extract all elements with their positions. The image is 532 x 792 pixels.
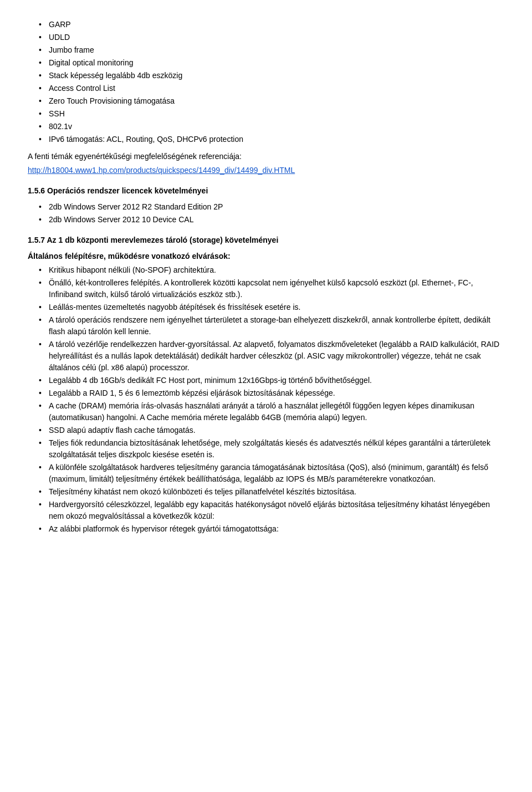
section-156-list: 2db Windows Server 2012 R2 Standard Edit…	[28, 201, 504, 226]
list-item: Legalább a RAID 1, 5 és 6 lemeztömb képz…	[39, 387, 504, 399]
reference-text: A fenti témák egyenértékűségi megfelelős…	[28, 151, 504, 162]
list-item: Digital optical monitoring	[39, 57, 504, 69]
list-item: SSD alapú adaptív flash cache támogatás.	[39, 425, 504, 436]
section-156-heading: 1.5.6 Operációs rendszer licencek követe…	[28, 185, 504, 197]
reference-link[interactable]: http://h18004.www1.hp.com/products/quick…	[28, 166, 295, 175]
list-item: Önálló, két-kontrolleres felépítés. A ko…	[39, 277, 504, 300]
list-item: Teljes fiók redundancia biztosításának l…	[39, 437, 504, 461]
page-content: GARP UDLD Jumbo frame Digital optical mo…	[28, 19, 504, 535]
list-item: Teljesítmény kihatást nem okozó különböz…	[39, 486, 504, 498]
reference-link-container: http://h18004.www1.hp.com/products/quick…	[28, 165, 504, 176]
list-item: Stack képesség legalább 4db eszközig	[39, 70, 504, 81]
list-item: GARP	[39, 19, 504, 30]
section-157-heading: 1.5.7 Az 1 db központi merevlemezes táro…	[28, 234, 504, 246]
list-item: Leállás-mentes üzemeltetés nagyobb átépí…	[39, 302, 504, 313]
list-item: SSH	[39, 108, 504, 120]
section-157-list: Kritikus hibapont nélküli (No-SPOF) arch…	[28, 264, 504, 535]
list-item: 2db Windows Server 2012 R2 Standard Edit…	[39, 201, 504, 213]
list-item: A tároló operációs rendszere nem igényel…	[39, 314, 504, 338]
section-157: 1.5.7 Az 1 db központi merevlemezes táro…	[28, 234, 504, 535]
list-item: Access Control List	[39, 83, 504, 94]
list-item: Legalább 4 db 16Gb/s dedikált FC Host po…	[39, 375, 504, 386]
list-item: Hardvergyorsító céleszközzel, legalább e…	[39, 499, 504, 522]
list-item: 802.1v	[39, 121, 504, 132]
list-item: A cache (DRAM) memória írás-olvasás hasz…	[39, 400, 504, 423]
list-item: Jumbo frame	[39, 44, 504, 56]
list-item: 2db Windows Server 2012 10 Device CAL	[39, 214, 504, 226]
section-157-subheading: Általános felépítésre, működésre vonatko…	[28, 251, 504, 262]
section-156: 1.5.6 Operációs rendszer licencek követe…	[28, 185, 504, 226]
list-item: Az alábbi platformok és hypervisor réteg…	[39, 523, 504, 535]
list-item: Zero Touch Provisioning támogatása	[39, 95, 504, 107]
list-item: UDLD	[39, 32, 504, 43]
list-item: Kritikus hibapont nélküli (No-SPOF) arch…	[39, 264, 504, 276]
top-feature-list: GARP UDLD Jumbo frame Digital optical mo…	[28, 19, 504, 145]
list-item: A különféle szolgáltatások hardveres tel…	[39, 462, 504, 485]
list-item: A tároló vezérlője rendelkezzen hardver-…	[39, 339, 504, 374]
list-item: IPv6 támogatás: ACL, Routing, QoS, DHCPv…	[39, 134, 504, 145]
